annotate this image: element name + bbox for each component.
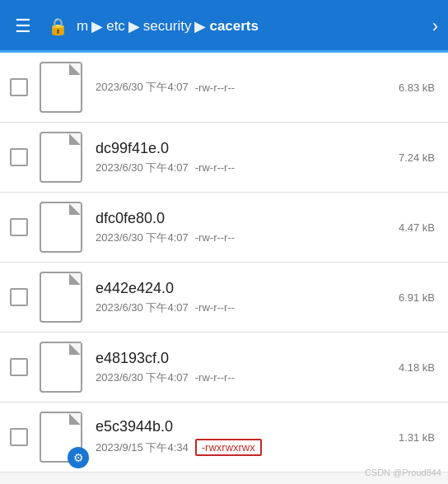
breadcrumb-arrow-1: ▶ [91,17,103,35]
gear-icon: ⚙ [68,447,89,468]
file-icon-container [36,59,86,115]
file-name: e442e424.0 [96,280,399,297]
file-name: e5c3944b.0 [96,418,399,435]
file-icon-container [36,339,86,395]
file-checkbox[interactable] [10,218,28,236]
file-date: 2023/6/30 下午4:07 [96,300,189,315]
file-size: 6.91 kB [399,291,438,304]
file-size: 4.47 kB [399,221,438,234]
file-perms: -rw-r--r-- [195,81,235,94]
lock-icon: 🔒 [48,16,68,36]
file-name: e48193cf.0 [96,350,399,367]
file-icon-container [36,129,86,185]
file-info: dc99f41e.0 2023/6/30 下午4:07 -rw-r--r-- [96,140,399,175]
breadcrumb-arrow-2: ▶ [128,17,140,35]
chevron-right-icon[interactable]: › [432,16,438,37]
file-date: 2023/6/30 下午4:07 [96,80,189,95]
file-meta: 2023/6/30 下午4:07 -rw-r--r-- [96,161,399,175]
file-checkbox[interactable] [10,148,28,166]
file-size: 4.18 kB [399,361,438,374]
file-info: 2023/6/30 下午4:07 -rw-r--r-- [96,80,399,95]
file-name: dfc0fe80.0 [96,210,399,227]
file-icon [40,62,82,113]
file-perms: -rw-r--r-- [195,301,235,314]
file-meta: 2023/6/30 下午4:07 -rw-r--r-- [96,230,399,245]
breadcrumb-arrow-3: ▶ [194,17,206,35]
list-item[interactable]: e48193cf.0 2023/6/30 下午4:07 -rw-r--r-- 4… [0,333,448,403]
file-info: e48193cf.0 2023/6/30 下午4:07 -rw-r--r-- [96,350,399,385]
toolbar: ☰ 🔒 m ▶ etc ▶ security ▶ cacerts › [0,0,448,53]
list-item[interactable]: 2023/6/30 下午4:07 -rw-r--r-- 6.83 kB [0,53,448,123]
file-name: dc99f41e.0 [96,140,399,157]
file-icon-container [36,199,86,255]
file-meta: 2023/6/30 下午4:07 -rw-r--r-- [96,80,399,95]
file-date: 2023/9/15 下午4:34 [96,440,189,455]
list-item[interactable]: dfc0fe80.0 2023/6/30 下午4:07 -rw-r--r-- 4… [0,193,448,263]
file-icon [40,272,82,323]
file-icon [40,342,82,393]
breadcrumb-underline [0,50,448,53]
list-item[interactable]: dc99f41e.0 2023/6/30 下午4:07 -rw-r--r-- 7… [0,123,448,193]
file-size: 1.31 kB [399,431,438,444]
file-date: 2023/6/30 下午4:07 [96,370,189,385]
file-meta: 2023/9/15 下午4:34 -rwxrwxrwx [96,439,399,456]
file-icon-container [36,269,86,325]
file-info: e5c3944b.0 2023/9/15 下午4:34 -rwxrwxrwx [96,418,399,456]
menu-icon[interactable]: ☰ [10,11,36,42]
file-checkbox[interactable] [10,288,28,306]
file-icon-container: ⚙ [36,409,86,465]
list-item[interactable]: e442e424.0 2023/6/30 下午4:07 -rw-r--r-- 6… [0,263,448,333]
file-icon [40,132,82,183]
file-size: 7.24 kB [399,151,438,164]
file-size: 6.83 kB [399,81,438,94]
breadcrumb: m ▶ etc ▶ security ▶ cacerts [77,17,424,35]
file-perms: -rw-r--r-- [195,231,235,244]
list-item[interactable]: ⚙ e5c3944b.0 2023/9/15 下午4:34 -rwxrwxrwx… [0,403,448,472]
file-checkbox[interactable] [10,358,28,376]
file-info: e442e424.0 2023/6/30 下午4:07 -rw-r--r-- [96,280,399,315]
file-date: 2023/6/30 下午4:07 [96,230,189,245]
file-date: 2023/6/30 下午4:07 [96,161,189,175]
file-perms: -rw-r--r-- [195,161,235,174]
file-meta: 2023/6/30 下午4:07 -rw-r--r-- [96,370,399,385]
breadcrumb-m[interactable]: m [77,18,88,35]
file-meta: 2023/6/30 下午4:07 -rw-r--r-- [96,300,399,315]
breadcrumb-etc[interactable]: etc [106,18,125,35]
file-checkbox[interactable] [10,428,28,446]
breadcrumb-security[interactable]: security [143,18,192,35]
file-perms: -rw-r--r-- [195,371,235,384]
file-perms-highlighted: -rwxrwxrwx [195,439,262,456]
file-icon [40,202,82,253]
file-checkbox[interactable] [10,78,28,96]
breadcrumb-cacerts[interactable]: cacerts [209,18,259,35]
file-list: 2023/6/30 下午4:07 -rw-r--r-- 6.83 kB dc99… [0,53,448,472]
file-info: dfc0fe80.0 2023/6/30 下午4:07 -rw-r--r-- [96,210,399,245]
